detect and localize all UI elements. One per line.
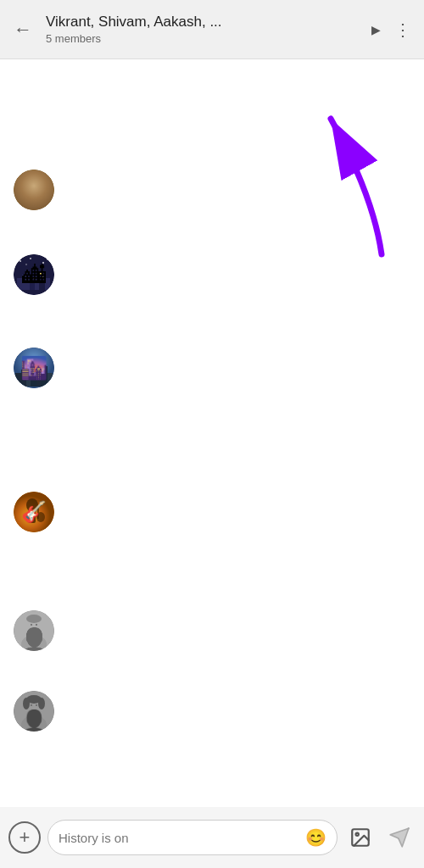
avatar-1 <box>14 170 54 210</box>
svg-rect-11 <box>22 275 26 290</box>
svg-point-8 <box>25 175 42 184</box>
chat-area <box>0 59 424 807</box>
member-count: 5 members <box>46 32 366 45</box>
avatar-circle-2 <box>14 254 54 295</box>
svg-rect-38 <box>44 368 46 370</box>
svg-point-58 <box>31 704 32 706</box>
chat-header: ← Vikrant, Shivam, Aakash, ... 5 members… <box>0 0 424 59</box>
send-button[interactable] <box>383 821 416 854</box>
svg-point-17 <box>20 260 21 262</box>
svg-point-50 <box>31 624 32 626</box>
avatar-circle-6 <box>14 691 54 732</box>
svg-rect-14 <box>35 276 39 290</box>
svg-rect-32 <box>36 371 41 387</box>
svg-line-45 <box>29 513 37 515</box>
svg-point-40 <box>14 492 54 532</box>
header-info[interactable]: Vikrant, Shivam, Aakash, ... 5 members <box>39 14 366 45</box>
avatar-5 <box>14 610 54 651</box>
svg-point-0 <box>14 170 54 210</box>
avatar-6 <box>14 691 54 732</box>
avatar-2 <box>14 254 54 295</box>
svg-point-19 <box>42 262 44 264</box>
svg-point-54 <box>21 715 47 732</box>
svg-rect-36 <box>34 370 36 371</box>
svg-point-62 <box>356 833 359 836</box>
svg-rect-29 <box>21 370 26 387</box>
svg-rect-35 <box>31 370 33 371</box>
message-input[interactable] <box>59 831 298 845</box>
avatar-4 <box>14 492 54 532</box>
svg-rect-25 <box>42 276 43 278</box>
more-options-button[interactable]: ⋮ <box>389 14 417 45</box>
svg-rect-16 <box>45 278 50 290</box>
svg-point-1 <box>25 178 42 195</box>
svg-point-59 <box>36 704 37 706</box>
svg-rect-10 <box>17 278 22 290</box>
svg-point-57 <box>38 698 45 709</box>
svg-rect-34 <box>47 373 53 387</box>
message-input-wrapper: 😊 <box>47 820 338 855</box>
svg-rect-23 <box>33 277 35 279</box>
bottom-bar: + 😊 <box>0 807 424 868</box>
svg-rect-28 <box>15 373 21 387</box>
image-button[interactable] <box>344 821 377 854</box>
svg-marker-64 <box>390 828 409 847</box>
svg-point-21 <box>47 259 48 260</box>
svg-rect-37 <box>42 368 43 370</box>
avatar-circle-3 <box>14 348 54 388</box>
svg-point-51 <box>36 624 37 626</box>
svg-rect-31 <box>31 368 36 387</box>
svg-rect-24 <box>40 273 42 275</box>
emoji-button[interactable]: 😊 <box>305 827 326 848</box>
svg-rect-13 <box>30 273 35 290</box>
add-button[interactable]: + <box>8 821 41 854</box>
svg-rect-42 <box>29 511 36 523</box>
chat-title: Vikrant, Shivam, Aakash, ... <box>46 14 300 31</box>
avatar-circle-4 <box>14 492 54 532</box>
svg-rect-33 <box>41 366 47 387</box>
svg-rect-12 <box>26 280 30 290</box>
svg-rect-4 <box>33 184 40 189</box>
svg-rect-22 <box>31 275 32 276</box>
svg-rect-44 <box>37 507 39 519</box>
svg-point-49 <box>26 615 42 623</box>
avatar-circle-5 <box>14 610 54 651</box>
svg-point-18 <box>30 258 31 259</box>
arrow-annotation <box>305 93 407 263</box>
svg-point-20 <box>25 264 27 265</box>
expand-chevron[interactable]: ▶ <box>366 18 386 42</box>
svg-point-48 <box>21 635 47 651</box>
svg-point-56 <box>23 698 30 709</box>
avatar-3 <box>14 348 54 388</box>
svg-point-43 <box>36 512 45 522</box>
svg-rect-30 <box>26 375 31 387</box>
svg-rect-3 <box>25 184 31 189</box>
header-actions: ▶ ⋮ <box>366 14 417 45</box>
svg-point-2 <box>22 193 46 210</box>
back-button[interactable]: ← <box>7 12 39 47</box>
avatar-circle-1 <box>14 170 54 210</box>
svg-point-41 <box>26 498 38 512</box>
svg-rect-15 <box>39 271 45 290</box>
